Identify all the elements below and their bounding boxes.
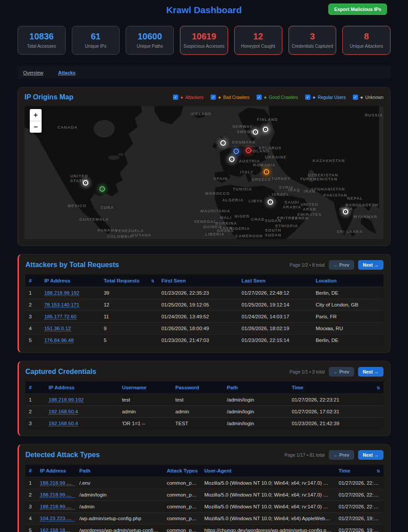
ip-address-link[interactable]: 192.168.50.4	[49, 409, 78, 415]
column-header-ip-address[interactable]: IP Address	[45, 381, 119, 394]
cell-first-seen: 01/24/2026, 13:49:52	[158, 311, 238, 323]
column-header-attack-types[interactable]: Attack Types	[163, 465, 201, 477]
column-header-path[interactable]: Path	[223, 381, 288, 394]
map-marker-unknown-2[interactable]	[220, 140, 226, 146]
ip-address-link[interactable]: 185.177.72.60	[44, 314, 77, 320]
column-header-time[interactable]: Time⇅	[335, 465, 383, 477]
map-marker-attacker-4[interactable]	[246, 148, 251, 153]
checkbox-attackers[interactable]: ✓	[173, 95, 178, 100]
attackers-prev-button[interactable]: ← Prev	[329, 260, 354, 270]
tab-attacks[interactable]: Attacks	[58, 70, 76, 75]
credentials-prev-button[interactable]: ← Prev	[329, 367, 354, 377]
cell-last-seen: 01/26/2026, 18:02:19	[238, 323, 312, 335]
map-zoom-control: + −	[30, 109, 42, 133]
column-header-[interactable]: #	[25, 275, 41, 287]
cell-: 5	[25, 335, 41, 346]
cell-path: /admin	[76, 501, 163, 513]
column-header-total-requests[interactable]: Total Requests⇅	[100, 275, 158, 287]
attackers-pager: Page 1/2 • 8 total ← Prev Next →	[289, 260, 383, 270]
map-marker-unknown-9[interactable]	[267, 199, 273, 205]
column-header-[interactable]: #	[25, 381, 45, 394]
ip-address-link[interactable]: 188.218.99.192	[40, 480, 75, 486]
map-marker-bad-crawler-8[interactable]	[264, 169, 269, 175]
column-header-first-seen[interactable]: First Seen	[158, 275, 238, 287]
attack-types-table: #IP AddressPathAttack TypesUser-AgentTim…	[25, 465, 383, 532]
sort-icon[interactable]: ⇅	[376, 469, 380, 473]
column-header-user-agent[interactable]: User-Agent	[201, 465, 335, 477]
map-marker-unknown-5[interactable]	[229, 156, 235, 162]
map-marker-good-crawler-1[interactable]	[99, 186, 105, 192]
cell-attack-types: common_probes	[163, 501, 201, 513]
map-zoom-in-button[interactable]: +	[30, 109, 42, 121]
ip-address-link[interactable]: 188.218.99.192	[49, 397, 84, 403]
legend-item-unknown[interactable]: ✓●Unknown	[353, 95, 383, 100]
cell-ip-address: 176.84.96.48	[41, 335, 100, 346]
table-row: 3188.218.99.192/admincommon_probesMozill…	[25, 501, 383, 513]
cell-path: /wp-admin/setup-config.php	[76, 513, 163, 525]
export-malicious-ips-button[interactable]: Export Malicious IPs	[328, 4, 387, 15]
sort-icon[interactable]: ⇅	[151, 279, 155, 283]
ip-address-link[interactable]: 151.36.0.12	[44, 326, 71, 331]
column-header-ip-address[interactable]: IP Address	[36, 465, 76, 477]
checkbox-unknown[interactable]: ✓	[353, 95, 358, 100]
attack-types-prev-button[interactable]: ← Prev	[329, 450, 354, 460]
map-zoom-out-button[interactable]: −	[30, 121, 42, 133]
ip-address-link[interactable]: 162.158.182.104	[40, 528, 76, 532]
map-marker-unknown-7[interactable]	[263, 127, 268, 132]
legend-dot-unknown: ●	[360, 95, 363, 100]
attack-types-page-info: Page 1/17 • 81 total	[285, 452, 325, 458]
checkbox-bad-crawlers[interactable]: ✓	[211, 95, 216, 100]
column-header-path[interactable]: Path	[76, 465, 163, 477]
cell-first-seen: 01/23/2026, 21:47:03	[158, 335, 238, 346]
ip-address-link[interactable]: 78.153.140.171	[44, 302, 79, 308]
cell-time: 01/27/2026, 22:23:21	[288, 394, 383, 406]
legend-label-unknown: Unknown	[365, 95, 383, 100]
cell-location: Berlin, DE	[312, 287, 383, 299]
column-header-location[interactable]: Location	[312, 275, 383, 287]
cell-ip-address: 104.23.223.128	[36, 513, 76, 525]
ip-address-link[interactable]: 176.84.96.48	[44, 338, 74, 343]
table-row: 2192.168.50.4adminadmin/admin/login01/27…	[25, 406, 383, 418]
ip-address-link[interactable]: 192.168.50.4	[49, 421, 78, 426]
tab-overview[interactable]: Overview	[23, 70, 43, 75]
column-header-username[interactable]: Username	[119, 381, 172, 394]
column-header-ip-address[interactable]: IP Address	[41, 275, 100, 287]
column-header-time[interactable]: Time⇅	[288, 381, 383, 394]
cell-ip-address: 162.158.182.104	[36, 525, 76, 532]
cell-total-requests: 39	[100, 287, 158, 299]
map-marker-unknown-0[interactable]	[83, 180, 88, 186]
column-header-last-seen[interactable]: Last Seen	[238, 275, 312, 287]
stat-value-unique-ips: 61	[91, 32, 100, 41]
legend-item-attackers[interactable]: ✓●Attackers	[173, 95, 204, 100]
checkbox-regular-users[interactable]: ✓	[305, 95, 310, 100]
attack-types-next-button[interactable]: Next →	[358, 450, 383, 460]
cell-last-seen: 01/27/2026, 22:48:12	[238, 287, 312, 299]
ip-address-link[interactable]: 188.218.99.192	[44, 290, 79, 296]
cell-username: 'OR 1=1 --	[119, 418, 172, 430]
cell-: 4	[25, 513, 36, 525]
map-marker-unknown-6[interactable]	[253, 129, 258, 135]
cell-total-requests: 11	[100, 311, 158, 323]
ip-address-link[interactable]: 188.218.99.192	[40, 492, 75, 498]
column-header-[interactable]: #	[25, 465, 36, 477]
checkbox-good-crawlers[interactable]: ✓	[257, 95, 262, 100]
ip-address-link[interactable]: 104.23.223.128	[40, 516, 75, 521]
table-body: 1188.218.99.192/.envcommon_probesMozilla…	[25, 477, 383, 532]
map-marker-unknown-10[interactable]	[343, 209, 348, 215]
legend-item-regular-users[interactable]: ✓●Regular Users	[305, 95, 346, 100]
column-header-password[interactable]: Password	[172, 381, 224, 394]
attackers-table-card: Attackers by Total Requests Page 1/2 • 8…	[18, 254, 390, 353]
stat-card-total-accesses: 10836Total Accesses	[18, 26, 66, 55]
map-marker-regular-user-3[interactable]	[233, 148, 239, 154]
ip-address-link[interactable]: 188.218.99.192	[40, 504, 75, 510]
legend-item-good-crawlers[interactable]: ✓●Good Crawlers	[257, 95, 298, 100]
attackers-next-button[interactable]: Next →	[358, 260, 383, 270]
sort-icon[interactable]: ⇅	[376, 386, 380, 390]
cell-attack-types: common_probes	[163, 513, 201, 525]
credentials-table: #IP AddressUsernamePasswordPathTime⇅1188…	[25, 381, 383, 429]
ip-origins-map[interactable]: CANADAICELANDRUSSIANORWAYSWEDENFINLANDDE…	[25, 106, 383, 239]
credentials-next-button[interactable]: Next →	[358, 367, 383, 377]
legend-item-bad-crawlers[interactable]: ✓●Bad Crawlers	[211, 95, 250, 100]
table-header-row: #IP AddressPathAttack TypesUser-AgentTim…	[25, 465, 383, 477]
credentials-table-card: Captured Credentials Page 1/1 • 3 total …	[18, 361, 390, 436]
